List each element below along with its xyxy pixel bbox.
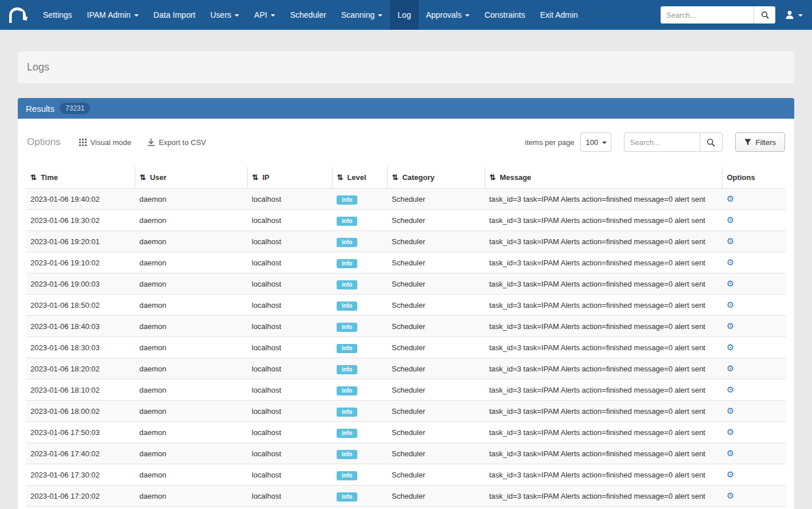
row-settings-gear-icon[interactable]: ⚙: [727, 363, 734, 373]
nav-item-ipam-admin[interactable]: IPAM Admin: [80, 0, 146, 30]
table-row: 2023-01-06 19:10:02 daemon localhost inf…: [26, 252, 786, 273]
options-title: Options: [27, 136, 61, 148]
column-header-time[interactable]: ⇅Time: [26, 167, 135, 189]
nav-item-constraints[interactable]: Constraints: [477, 0, 533, 30]
nav-item-scheduler[interactable]: Scheduler: [283, 0, 334, 30]
cell-user: daemon: [135, 379, 247, 401]
cell-message: task_id=3 task=IPAM Alerts action=finish…: [485, 252, 722, 273]
cell-message: task_id=3 task=IPAM Alerts action=finish…: [485, 337, 722, 358]
cell-user: daemon: [135, 464, 247, 485]
row-settings-gear-icon[interactable]: ⚙: [727, 236, 734, 246]
nav-item-settings[interactable]: Settings: [36, 0, 80, 30]
cell-ip: localhost: [247, 316, 332, 337]
cell-category: Scheduler: [387, 210, 485, 231]
cell-time: 2023-01-06 18:20:02: [26, 358, 135, 379]
export-csv-button[interactable]: Export to CSV: [147, 138, 206, 147]
cell-level: info: [332, 295, 387, 316]
nav-item-scanning[interactable]: Scanning: [334, 0, 390, 30]
visual-mode-button[interactable]: Visual mode: [79, 138, 131, 147]
table-row: 2023-01-06 17:40:02 daemon localhost inf…: [26, 443, 786, 464]
filters-button[interactable]: Filters: [735, 132, 785, 152]
level-badge: info: [337, 408, 357, 417]
cell-category: Scheduler: [387, 401, 485, 422]
column-header-user[interactable]: ⇅User: [135, 167, 247, 189]
global-search-input[interactable]: [661, 6, 754, 24]
sort-icon: ⇅: [252, 173, 259, 182]
nav-item-data-import[interactable]: Data Import: [146, 0, 203, 30]
cell-ip: localhost: [247, 485, 332, 507]
table-row: 2023-01-06 18:30:03 daemon localhost inf…: [26, 337, 786, 358]
row-settings-gear-icon[interactable]: ⚙: [727, 257, 734, 267]
row-settings-gear-icon[interactable]: ⚙: [727, 194, 734, 203]
table-search-button[interactable]: [700, 132, 723, 152]
level-badge: info: [337, 217, 357, 226]
search-icon: [761, 11, 769, 19]
cell-level: info: [332, 379, 387, 401]
column-header-level[interactable]: ⇅Level: [332, 167, 387, 189]
app-logo[interactable]: [0, 0, 36, 30]
cell-user: daemon: [135, 273, 247, 295]
cell-user: daemon: [135, 485, 247, 507]
log-table-body: 2023-01-06 19:40:02 daemon localhost inf…: [26, 189, 786, 509]
cell-level: info: [332, 231, 387, 252]
cell-options: ⚙: [722, 337, 786, 358]
cell-options: ⚙: [722, 316, 786, 337]
cell-user: daemon: [135, 337, 247, 358]
elephant-logo-icon: [6, 5, 30, 25]
cell-time: 2023-01-06 17:50:03: [26, 422, 135, 443]
cell-ip: localhost: [247, 231, 332, 252]
items-per-page-select[interactable]: 100: [580, 132, 611, 152]
table-row: 2023-01-06 19:30:02 daemon localhost inf…: [26, 210, 786, 231]
cell-category: Scheduler: [387, 485, 485, 507]
main-content: Logs Results 73231 Options Vi: [0, 52, 812, 509]
cell-user: daemon: [135, 210, 247, 231]
row-settings-gear-icon[interactable]: ⚙: [727, 469, 734, 479]
cell-level: info: [332, 464, 387, 485]
row-settings-gear-icon[interactable]: ⚙: [727, 448, 734, 458]
cell-options: ⚙: [722, 507, 786, 509]
row-settings-gear-icon[interactable]: ⚙: [727, 279, 734, 288]
table-row: 2023-01-06 19:40:02 daemon localhost inf…: [26, 189, 786, 210]
cell-options: ⚙: [722, 189, 786, 210]
cell-level: info: [332, 210, 387, 231]
cell-time: 2023-01-06 19:00:03: [26, 273, 135, 295]
column-header-category[interactable]: ⇅Category: [387, 167, 485, 189]
nav-item-approvals[interactable]: Approvals: [419, 0, 477, 30]
table-search-input[interactable]: [624, 132, 700, 152]
nav-item-api[interactable]: API: [247, 0, 283, 30]
cell-category: Scheduler: [387, 231, 485, 252]
cell-message: task_id=3 task=IPAM Alerts action=finish…: [485, 464, 722, 485]
row-settings-gear-icon[interactable]: ⚙: [727, 385, 734, 394]
nav-item-log[interactable]: Log: [390, 0, 418, 30]
level-badge: info: [337, 429, 357, 438]
row-settings-gear-icon[interactable]: ⚙: [727, 300, 734, 310]
sort-icon: ⇅: [490, 173, 496, 182]
sort-icon: ⇅: [30, 173, 37, 182]
dropdown-caret-icon: [271, 14, 275, 17]
nav-item-users[interactable]: Users: [203, 0, 247, 30]
cell-category: Scheduler: [387, 358, 485, 379]
sort-icon: ⇅: [392, 173, 399, 182]
global-search-button[interactable]: [754, 6, 775, 24]
column-header-message[interactable]: ⇅Message: [485, 167, 722, 189]
table-row: 2023-01-06 18:50:02 daemon localhost inf…: [26, 295, 786, 316]
cell-message: task_id=3 task=IPAM Alerts action=finish…: [485, 485, 722, 507]
row-settings-gear-icon[interactable]: ⚙: [727, 342, 734, 352]
user-menu[interactable]: [784, 10, 803, 20]
navbar-right: [661, 0, 812, 30]
row-settings-gear-icon[interactable]: ⚙: [727, 215, 734, 225]
cell-options: ⚙: [722, 485, 786, 507]
cell-message: task_id=3 task=IPAM Alerts action=finish…: [485, 443, 722, 464]
user-menu-caret-icon: [798, 14, 803, 17]
row-settings-gear-icon[interactable]: ⚙: [727, 491, 734, 500]
row-settings-gear-icon[interactable]: ⚙: [727, 427, 734, 437]
nav-item-exit-admin[interactable]: Exit Admin: [533, 0, 585, 30]
row-settings-gear-icon[interactable]: ⚙: [727, 321, 734, 331]
table-row: 2023-01-06 17:20:02 daemon localhost inf…: [26, 485, 786, 507]
row-settings-gear-icon[interactable]: ⚙: [727, 406, 734, 416]
select-caret-icon: [602, 142, 607, 144]
column-header-ip[interactable]: ⇅IP: [247, 167, 332, 189]
page-title: Logs: [27, 61, 49, 73]
cell-time: 2023-01-06 18:50:02: [26, 295, 135, 316]
cell-level: info: [332, 485, 387, 507]
